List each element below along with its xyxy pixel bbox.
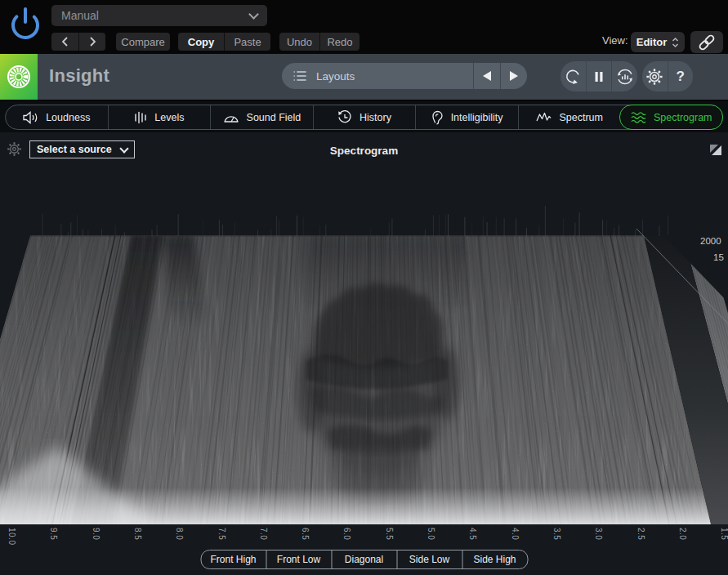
- layouts-label: Layouts: [316, 70, 355, 82]
- tab-spectrogram[interactable]: Spectrogram: [619, 105, 723, 130]
- time-axis-label: 7.5: [217, 528, 226, 540]
- continuous-playback-button[interactable]: [561, 61, 586, 91]
- compare-button[interactable]: Compare: [116, 33, 170, 51]
- tab-label: Spectrum: [559, 112, 603, 123]
- tab-levels[interactable]: Levels: [108, 105, 211, 129]
- tab-loudness[interactable]: Loudness: [6, 105, 108, 129]
- up-down-chevrons-icon: [672, 37, 679, 48]
- tab-label: Levels: [154, 112, 184, 123]
- copy-button[interactable]: Copy: [178, 33, 224, 51]
- tab-label: Spectrogram: [654, 112, 712, 123]
- layout-next-button[interactable]: [500, 63, 527, 89]
- view-mode-select[interactable]: Editor: [631, 32, 685, 52]
- view-mode-value: Editor: [636, 36, 668, 48]
- chevron-down-icon: [248, 9, 259, 20]
- time-axis-label: 10.0: [7, 528, 16, 545]
- help-label: ?: [677, 69, 685, 85]
- time-axis-label: 6.0: [342, 528, 351, 540]
- triangle-left-icon: [482, 70, 492, 82]
- tab-spectrum[interactable]: Spectrum: [518, 105, 621, 129]
- host-chrome-bar: Manual Compare Copy Paste: [0, 0, 728, 52]
- view-label: View:: [602, 34, 628, 47]
- settings-button[interactable]: [642, 61, 668, 91]
- settings-pill: ?: [642, 61, 693, 91]
- triangle-right-icon: [509, 70, 519, 82]
- time-axis-label: 3.5: [552, 528, 561, 540]
- front-high-button[interactable]: Front High: [201, 550, 266, 568]
- history-clock-icon: [337, 110, 352, 124]
- plugin-header: Insight Layouts: [0, 54, 728, 100]
- waves-icon: [631, 111, 646, 124]
- spectrogram-panel: Select a source Spectrogram: [0, 132, 728, 575]
- meter-tabs-bar: Loudness Levels Sound Field: [0, 101, 728, 132]
- chevron-left-icon: [61, 37, 69, 47]
- perspective-buttons: Front High Front Low Diagonal Side Low S…: [200, 550, 528, 569]
- time-axis-label: 4.0: [511, 528, 520, 540]
- side-low-button[interactable]: Side Low: [396, 550, 462, 568]
- time-axis: 10.09.59.08.58.07.57.06.56.05.55.04.54.0…: [0, 526, 728, 549]
- tab-label: Intelligibility: [451, 112, 503, 123]
- izotope-logo: [0, 54, 38, 100]
- front-low-button[interactable]: Front Low: [266, 550, 331, 568]
- chevron-right-icon: [89, 37, 96, 47]
- time-axis-label: 7.0: [259, 528, 268, 540]
- waveform-icon: [536, 112, 552, 123]
- insight-plugin-window: Manual Compare Copy Paste: [0, 0, 728, 575]
- diagonal-button[interactable]: Diagonal: [331, 550, 396, 568]
- tab-label: Sound Field: [247, 112, 301, 123]
- help-button[interactable]: ?: [668, 61, 694, 91]
- layout-prev-button[interactable]: [473, 63, 500, 89]
- list-icon: [293, 70, 306, 82]
- pause-button[interactable]: [586, 61, 612, 91]
- undo-button[interactable]: Undo: [279, 33, 319, 51]
- time-axis-label: 1.5: [720, 528, 728, 540]
- loop-icon: [564, 68, 582, 86]
- layouts-main[interactable]: Layouts: [282, 63, 473, 89]
- preset-value: Manual: [61, 9, 99, 22]
- chain-link-icon: [696, 32, 717, 53]
- app-title: Insight: [49, 65, 109, 87]
- tab-sound-field[interactable]: Sound Field: [210, 105, 313, 129]
- freq-axis-label-15: 15: [713, 252, 724, 262]
- reset-meters-icon: [615, 67, 635, 87]
- tab-intelligibility[interactable]: Intelligibility: [415, 105, 518, 129]
- time-axis-label: 4.5: [468, 528, 477, 540]
- reset-meters-button[interactable]: [611, 61, 637, 91]
- meter-tabs: Loudness Levels Sound Field: [5, 105, 723, 130]
- tab-label: Loudness: [46, 112, 90, 123]
- tab-label: History: [360, 112, 391, 123]
- preset-prev-button[interactable]: [51, 33, 78, 51]
- time-axis-label: 3.0: [594, 528, 603, 540]
- time-axis-label: 9.0: [92, 528, 100, 540]
- link-button[interactable]: [690, 31, 723, 53]
- spectrogram-canvas[interactable]: 2000 15: [0, 206, 728, 524]
- speaker-icon: [23, 111, 38, 124]
- layouts-dropdown[interactable]: Layouts: [282, 63, 527, 89]
- izotope-iris-icon: [6, 64, 32, 90]
- preset-next-button[interactable]: [78, 33, 105, 51]
- transport-pill: [561, 61, 637, 91]
- time-axis-label: 9.5: [49, 528, 58, 540]
- side-high-button[interactable]: Side High: [462, 550, 527, 568]
- redo-button[interactable]: Redo: [319, 33, 360, 51]
- ear-icon: [431, 110, 444, 125]
- time-axis-label: 6.5: [301, 528, 310, 540]
- time-axis-label: 8.5: [133, 528, 142, 540]
- meter-bars-icon: [134, 111, 147, 124]
- preset-dropdown[interactable]: Manual: [51, 5, 267, 26]
- time-axis-label: 2.5: [636, 528, 645, 540]
- time-axis-label: 5.5: [385, 528, 394, 540]
- freq-axis-label-2000: 2000: [700, 236, 721, 246]
- power-button[interactable]: [7, 4, 44, 43]
- panel-title: Spectrogram: [0, 145, 728, 157]
- gear-icon: [645, 68, 663, 86]
- time-axis-label: 5.0: [427, 528, 435, 540]
- gauge-icon: [223, 112, 239, 123]
- time-axis-label: 2.0: [678, 528, 687, 540]
- paste-button[interactable]: Paste: [224, 33, 270, 51]
- pause-icon: [594, 71, 604, 82]
- tab-history[interactable]: History: [313, 105, 416, 129]
- time-axis-label: 8.0: [175, 528, 184, 540]
- expand-panel-button[interactable]: [709, 144, 722, 157]
